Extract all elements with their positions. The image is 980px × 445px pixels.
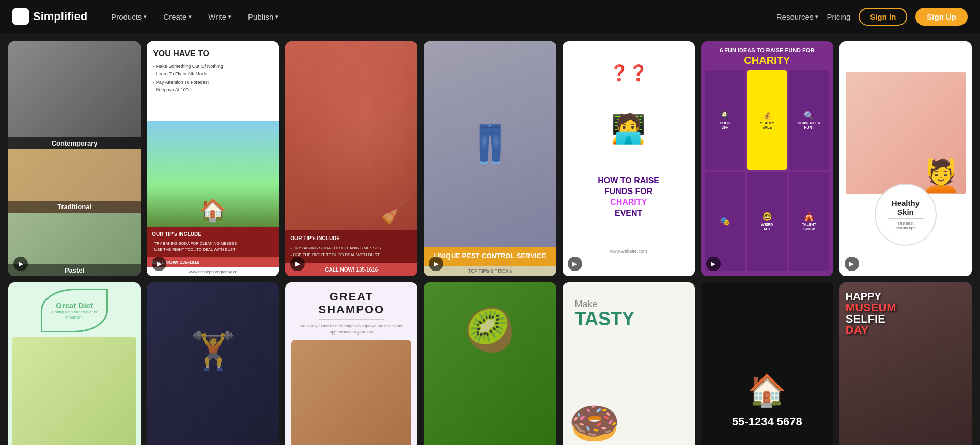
- greatdiet-photo: 🥗: [12, 337, 136, 445]
- cleaning-tips-title: OUR TIP's INCLUDE: [290, 235, 412, 243]
- 6fun-cell-3: 🎭: [705, 172, 745, 272]
- card-getinshape[interactable]: GET IN SHAPE Listen to your body and sto…: [147, 282, 279, 445]
- drone-website: www.dronephotography.co: [147, 267, 279, 276]
- navbar: ✦ Simplified Products Create Write Publi…: [0, 0, 980, 33]
- greatdiet-title: Great Diet: [56, 301, 93, 310]
- 6fun-icon-1: 💰: [762, 110, 772, 120]
- museum-line4: DAY: [846, 325, 966, 336]
- tasty-donut: 🍩: [569, 337, 620, 445]
- drone-tip2: - USE THE RIGHT TOOL TO DEAL WITH DUST: [152, 247, 274, 253]
- label-traditional: Traditional: [8, 201, 141, 213]
- nav-products[interactable]: Products: [104, 8, 154, 25]
- healthyskin-circle: HealthySkin The bestbeauty tips: [875, 184, 937, 246]
- card-tasty[interactable]: Make TASTY 🍩 ▶: [563, 282, 695, 445]
- nav-pricing[interactable]: Pricing: [827, 12, 850, 21]
- 6fun-icon-4: 🤓: [762, 212, 772, 221]
- detox-bg: [424, 282, 556, 445]
- card-detox[interactable]: DETOX DETOXSMOOTHIES Smoothies are a hea…: [424, 282, 556, 445]
- phone-number: 55-1234 5678: [732, 415, 802, 428]
- nav-write[interactable]: Write: [201, 8, 239, 25]
- charity-question-marks: ❓❓: [610, 63, 648, 82]
- 6fun-icon-5: 🎪: [804, 212, 814, 221]
- pest-badge: UNIQUE PEST CONTROL SERVICE: [424, 247, 556, 266]
- charity-h4: EVENT: [615, 209, 642, 217]
- label-contemporary: Contemporary: [8, 137, 141, 149]
- nav-right: Resources Pricing Sign In Sign Up: [776, 8, 968, 26]
- charity-headline: HOW TO RAISE FUNDS FOR CHARITY EVENT: [598, 176, 659, 218]
- pest-subtitle: TOP TIP's & TRICK's: [424, 266, 556, 276]
- museum-line3: SELFIE: [846, 313, 966, 325]
- phone-icon: 🏠: [748, 372, 786, 409]
- card-pest[interactable]: 👖 UNIQUE PEST CONTROL SERVICE TOP TIP's …: [424, 41, 556, 276]
- greatshampoo-subtitle: We give you the best shampoo to improve …: [291, 323, 411, 336]
- museum-line2: MUSEUM: [846, 302, 966, 313]
- 6fun-headline: 6 FUN IDEAS TO RAISE FUND FOR CHARITY: [705, 46, 829, 67]
- charity-website: www.website.com: [610, 249, 647, 254]
- card-phone[interactable]: 🏠 55-1234 5678 ▶: [701, 282, 833, 445]
- 6fun-cell-5: 🎪 TALENTSHOW: [789, 172, 829, 272]
- gallery-row-1: Contemporary Traditional Pastel ▶ YOU HA…: [8, 41, 972, 276]
- drone-tips-title: OUR TIP's INCLUDE: [152, 231, 274, 239]
- logo-icon: ✦: [12, 8, 29, 25]
- label-pastel: Pastel: [8, 264, 141, 276]
- charity-h1: HOW TO RAISE: [598, 176, 659, 185]
- nav-links: Products Create Write Publish: [104, 8, 776, 25]
- museum-content: HAPPY MUSEUM SELFIE DAY: [846, 291, 966, 336]
- signin-button[interactable]: Sign In: [859, 8, 907, 26]
- museum-line1: HAPPY: [846, 291, 966, 302]
- gallery-row-2: Great Diet Eating a balanced diet is imp…: [8, 282, 972, 445]
- logo-text: Simplified: [33, 10, 87, 23]
- card-greatshampoo[interactable]: GREAT SHAMPOO We give you the best shamp…: [285, 282, 417, 445]
- greatdiet-subtitle: Eating a balanced diet is important.: [42, 310, 106, 321]
- greatdiet-emblem: Great Diet Eating a balanced diet is imp…: [41, 289, 108, 332]
- card-cleaning[interactable]: 🧹 OUR TIP's INCLUDE - TRY BAKING SODA FO…: [285, 41, 417, 276]
- drone-bullets: - Make Something Out Of Nothing - Learn …: [153, 62, 273, 94]
- 6fun-cell-4: 🤓 WEIRDACT: [747, 172, 787, 272]
- play-button-charity[interactable]: ▶: [568, 257, 582, 271]
- play-button-6fun[interactable]: ▶: [706, 257, 721, 271]
- greatshampoo-photo: 💇: [291, 340, 411, 445]
- nav-resources[interactable]: Resources: [776, 12, 819, 21]
- drone-house-image: 🏠: [147, 121, 279, 227]
- healthyskin-subtitle: The bestbeauty tips: [893, 221, 919, 230]
- healthyskin-title: HealthySkin: [892, 199, 920, 216]
- 6fun-bigword: CHARITY: [705, 54, 829, 67]
- drone-call: CALL NOW! 135-1616: [147, 257, 279, 267]
- cleaning-call: CALL NOW! 135-1616: [285, 263, 417, 276]
- healthyskin-photo: 💆: [846, 72, 966, 194]
- 6fun-cell-0: 🍳 COOKOFF: [705, 70, 745, 170]
- cleaning-tip1: - TRY BAKING SODA FOR CLEANING MESSES: [290, 245, 412, 252]
- tasty-text-area: Make TASTY: [569, 291, 641, 337]
- play-button-healthyskin[interactable]: ▶: [845, 257, 859, 271]
- gallery: Contemporary Traditional Pastel ▶ YOU HA…: [0, 33, 980, 445]
- card-contemporary[interactable]: Contemporary Traditional Pastel ▶: [8, 41, 141, 276]
- signup-button[interactable]: Sign Up: [915, 8, 968, 26]
- 6fun-cell-1: 💰 YEARLYSALE: [747, 70, 787, 170]
- tasty-word: TASTY: [575, 310, 634, 328]
- charity-figure: 🧑‍💻: [611, 112, 646, 146]
- charity-h2: FUNDS FOR: [604, 187, 652, 196]
- 6fun-icon-0: 🍳: [720, 110, 730, 120]
- 6fun-icon-3: 🎭: [720, 216, 730, 226]
- card-6fun[interactable]: 6 FUN IDEAS TO RAISE FUND FOR CHARITY 🍳 …: [701, 41, 833, 276]
- cleaning-tip2: - USE THE RIGHT TOOL TO DEAL WITH DUST: [290, 252, 412, 259]
- nav-publish[interactable]: Publish: [241, 8, 286, 25]
- card-charity[interactable]: ❓❓ 🧑‍💻 HOW TO RAISE FUNDS FOR CHARITY EV…: [563, 41, 695, 276]
- 6fun-icon-2: 🔍: [804, 110, 814, 120]
- card-healthyskin[interactable]: 💆 HealthySkin The bestbeauty tips ▶: [839, 41, 972, 276]
- card-greatdiet[interactable]: Great Diet Eating a balanced diet is imp…: [8, 282, 141, 445]
- card-museum[interactable]: HAPPY MUSEUM SELFIE DAY say cheese!! ▶: [839, 282, 972, 445]
- 6fun-cell-2: 🔍 SCAVENGERHUNT: [789, 70, 829, 170]
- card-drone[interactable]: YOU HAVE TO - Make Something Out Of Noth…: [147, 41, 279, 276]
- getinshape-bg: [147, 282, 279, 445]
- logo[interactable]: ✦ Simplified: [12, 8, 87, 25]
- charity-h3: CHARITY: [610, 198, 647, 206]
- drone-tip1: - TRY BAKING SODA FOR CLEANING MESSES: [152, 241, 274, 247]
- greatshampoo-title: GREAT SHAMPOO: [319, 291, 385, 320]
- healthyskin-divider: [888, 218, 924, 219]
- drone-title: YOU HAVE TO: [153, 49, 273, 58]
- 6fun-grid: 🍳 COOKOFF 💰 YEARLYSALE 🔍 SCAVENGERHUNT 🎭…: [705, 70, 829, 271]
- nav-create[interactable]: Create: [156, 8, 199, 25]
